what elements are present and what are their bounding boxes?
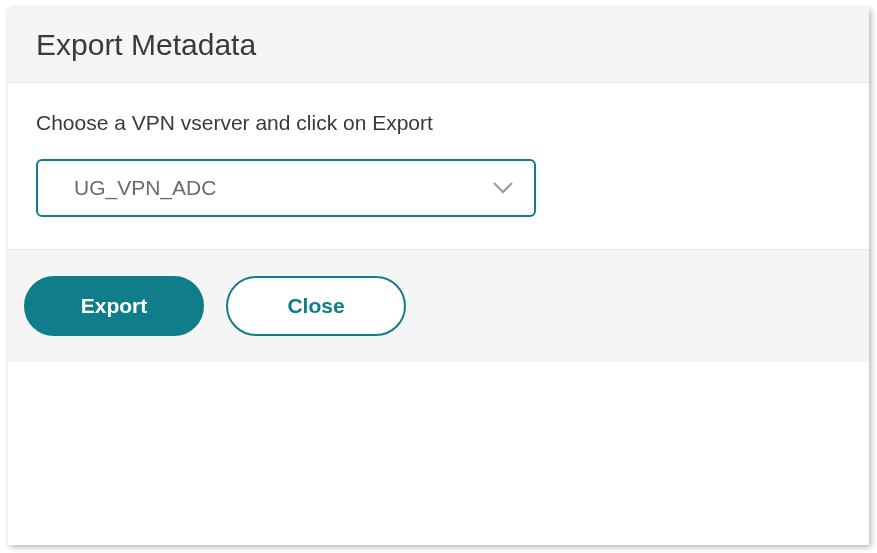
select-value: UG_VPN_ADC — [74, 176, 216, 200]
dialog-body: Choose a VPN vserver and click on Export… — [8, 83, 869, 249]
export-metadata-dialog: Export Metadata Choose a VPN vserver and… — [8, 8, 869, 545]
instruction-text: Choose a VPN vserver and click on Export — [36, 111, 841, 135]
dialog-empty-area — [8, 362, 869, 545]
close-button[interactable]: Close — [226, 276, 406, 336]
vpn-vserver-select-wrapper: UG_VPN_ADC — [36, 159, 536, 217]
chevron-down-icon — [492, 176, 514, 200]
dialog-footer: Export Close — [8, 249, 869, 362]
dialog-title: Export Metadata — [36, 28, 841, 62]
vpn-vserver-select[interactable]: UG_VPN_ADC — [36, 159, 536, 217]
dialog-header: Export Metadata — [8, 8, 869, 83]
export-button[interactable]: Export — [24, 276, 204, 336]
